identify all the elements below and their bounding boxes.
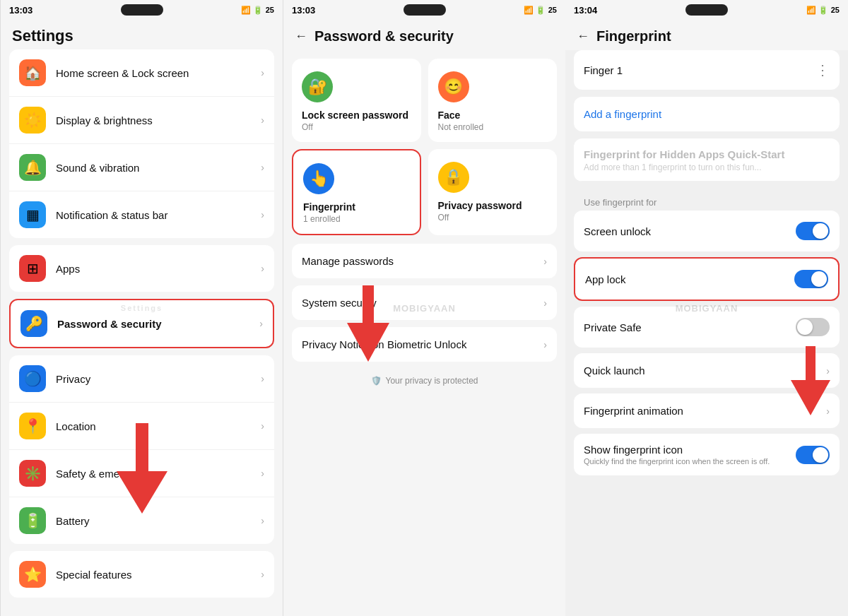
- settings-item-sound[interactable]: 🔔 Sound & vibration ›: [9, 144, 274, 191]
- card-privacy-password[interactable]: 🔒 Privacy password Off: [428, 149, 558, 235]
- settings-item-display[interactable]: ☀️ Display & brightness ›: [9, 97, 274, 144]
- status-bar-1: 13:03 📶 🔋 25: [1, 0, 283, 20]
- lock-screen-icon: 🔐: [302, 71, 333, 102]
- manage-passwords-chevron: ›: [543, 256, 547, 267]
- finger-1-label: Finger 1: [584, 64, 815, 76]
- face-sub: Not enrolled: [438, 122, 484, 132]
- card-lock-screen[interactable]: 🔐 Lock screen password Off: [292, 59, 421, 142]
- card-face[interactable]: 😊 Face Not enrolled: [428, 59, 558, 142]
- notification-icon: ▦: [19, 201, 46, 228]
- location-icon: 📍: [19, 413, 46, 439]
- apps-label: Apps: [56, 263, 261, 275]
- card-fingerprint[interactable]: 👆 Fingerprint 1 enrolled: [292, 149, 421, 235]
- privacy-password-icon: 🔒: [438, 162, 469, 193]
- home-lock-icon: 🏠: [19, 59, 46, 86]
- use-fingerprint-label: Use fingerprint for: [574, 189, 840, 211]
- privacy-chevron: ›: [261, 373, 264, 384]
- show-fp-knob: [813, 447, 828, 463]
- fingerprint-scroll: Finger 1 ⋮ Add a fingerprint Fingerprint…: [565, 50, 848, 616]
- panel-password-security: 13:03 📶 🔋 25 ← Password & security 🔐 Loc…: [283, 0, 565, 616]
- hidden-apps-section: Fingerprint for Hidden Apps Quick-Start …: [574, 138, 840, 182]
- screen-unlock-label: Screen unlock: [584, 225, 796, 237]
- fingerprint-icon: 👆: [303, 163, 334, 194]
- home-lock-label: Home screen & Lock screen: [56, 67, 261, 79]
- privacy-password-sub: Off: [438, 213, 449, 223]
- privacy-notice-item[interactable]: Privacy Notice on Biometric Unlock ›: [292, 327, 557, 362]
- settings-item-notification[interactable]: ▦ Notification & status bar ›: [9, 191, 274, 238]
- fp-animation-label: Fingerprint animation: [584, 405, 826, 417]
- security-scroll: 🔐 Lock screen password Off 😊 Face Not en…: [283, 50, 565, 616]
- battery-label: Battery: [56, 515, 261, 527]
- page-header-3: ← Fingerprint: [565, 20, 848, 50]
- shield-icon: 🛡️: [371, 376, 382, 386]
- privacy-label: Privacy: [56, 373, 261, 385]
- lock-screen-sub: Off: [302, 122, 313, 132]
- more-options-icon[interactable]: ⋮: [815, 61, 830, 78]
- private-safe-label: Private Safe: [584, 321, 796, 333]
- settings-item-apps[interactable]: ⊞ Apps ›: [9, 245, 274, 292]
- password-chevron: ›: [259, 318, 263, 329]
- sound-icon: 🔔: [19, 154, 46, 181]
- security-cards-grid: 🔐 Lock screen password Off 😊 Face Not en…: [283, 50, 565, 244]
- battery-chevron: ›: [261, 515, 264, 526]
- face-title: Face: [438, 109, 461, 121]
- fingerprint-title: Fingerprint: [303, 201, 355, 213]
- safety-chevron: ›: [261, 468, 264, 479]
- apps-icon: ⊞: [19, 255, 46, 282]
- notification-label: Notification & status bar: [56, 209, 261, 221]
- special-label: Special features: [56, 569, 261, 581]
- back-button-2[interactable]: ←: [295, 29, 307, 44]
- app-lock-toggle[interactable]: [794, 270, 828, 288]
- back-button-3[interactable]: ←: [577, 29, 589, 44]
- app-lock-item[interactable]: App lock: [574, 257, 840, 301]
- notch-2: [404, 4, 446, 16]
- safety-icon: ✳️: [19, 460, 46, 487]
- settings-group-special: ⭐ Special features ›: [9, 551, 274, 598]
- arrow-down-3: [791, 346, 830, 415]
- password-label: Password & security: [57, 318, 259, 330]
- hidden-apps-content: Fingerprint for Hidden Apps Quick-Start …: [574, 138, 840, 182]
- settings-item-password[interactable]: 🔑 Password & security ›: [11, 300, 273, 347]
- system-security-chevron: ›: [543, 297, 547, 309]
- screen-unlock-toggle[interactable]: [796, 222, 830, 240]
- screen-unlock-item[interactable]: Screen unlock: [574, 211, 840, 251]
- status-icons-3: 📶 🔋 25: [806, 6, 840, 15]
- finger-1-item[interactable]: Finger 1 ⋮: [574, 50, 840, 90]
- page-title-3: Fingerprint: [596, 28, 671, 45]
- panel-settings: 13:03 📶 🔋 25 Settings 🏠 Home screen & Lo…: [0, 0, 283, 616]
- system-security-item[interactable]: System security ›: [292, 285, 557, 320]
- privacy-notice-label: Privacy Notice on Biometric Unlock: [302, 338, 543, 350]
- status-bar-3: 13:04 📶 🔋 25: [565, 0, 848, 20]
- page-title: Settings: [1, 20, 283, 49]
- show-fp-toggle[interactable]: [796, 446, 830, 464]
- time-1: 13:03: [9, 5, 33, 16]
- location-chevron: ›: [261, 420, 264, 432]
- notch-1: [121, 4, 163, 16]
- arrow-up-1: [117, 423, 167, 514]
- screen-unlock-knob: [813, 223, 828, 239]
- app-lock-knob: [811, 271, 827, 287]
- add-fingerprint-button[interactable]: Add a fingerprint: [574, 97, 840, 131]
- settings-item-special[interactable]: ⭐ Special features ›: [9, 551, 274, 598]
- private-safe-knob: [797, 319, 813, 335]
- privacy-notice-chevron: ›: [543, 339, 547, 350]
- hidden-apps-sub: Add more than 1 fingerprint to turn on t…: [584, 162, 830, 172]
- settings-item-privacy[interactable]: 🔵 Privacy ›: [9, 355, 274, 403]
- notch-3: [685, 4, 728, 16]
- settings-item-home-lock[interactable]: 🏠 Home screen & Lock screen ›: [9, 49, 274, 97]
- manage-passwords-item[interactable]: Manage passwords ›: [292, 244, 557, 278]
- apps-chevron: ›: [261, 263, 264, 274]
- system-security-label: System security: [302, 297, 543, 309]
- privacy-protected: 🛡️ Your privacy is protected: [283, 369, 565, 393]
- private-safe-toggle[interactable]: [796, 318, 830, 336]
- show-fp-title: Show fingerprint icon: [584, 444, 796, 456]
- home-lock-chevron: ›: [261, 67, 264, 78]
- show-fp-item[interactable]: Show fingerprint icon Quickly find the f…: [574, 434, 840, 475]
- private-safe-item[interactable]: Private Safe: [574, 307, 840, 348]
- settings-group-password: 🔑 Password & security ›: [9, 299, 274, 348]
- display-label: Display & brightness: [56, 114, 261, 126]
- manage-passwords-label: Manage passwords: [302, 255, 543, 267]
- sound-chevron: ›: [261, 162, 264, 173]
- page-title-2: Password & security: [314, 28, 454, 45]
- notification-chevron: ›: [261, 209, 264, 220]
